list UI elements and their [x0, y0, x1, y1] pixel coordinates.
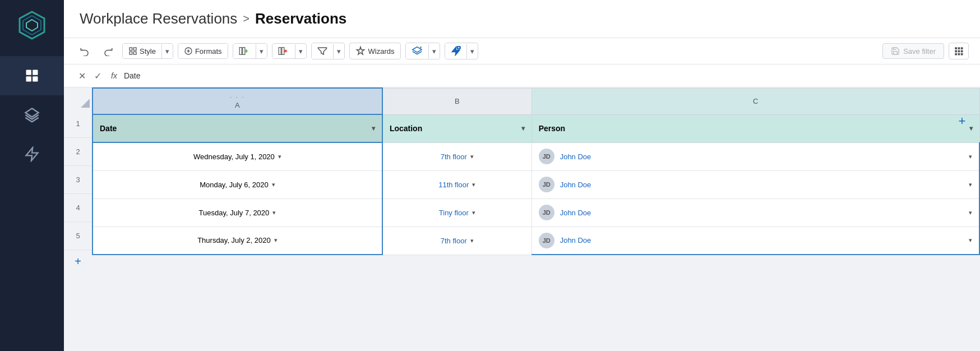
- save-filter-button[interactable]: Save filter: [882, 43, 944, 59]
- svg-rect-32: [955, 47, 957, 49]
- date-header-dropdown[interactable]: ▾: [372, 124, 375, 132]
- location-expand-4[interactable]: ▾: [472, 209, 475, 216]
- svg-rect-34: [961, 47, 963, 49]
- remove-columns-button[interactable]: [272, 44, 295, 58]
- date-value-2: Wednesday, July 1, 2020: [193, 153, 275, 161]
- add-columns-dropdown[interactable]: ▾: [256, 44, 267, 58]
- cell-date-4[interactable]: Tuesday, July 7, 2020 ▾: [93, 198, 382, 227]
- wizards-label: Wizards: [368, 47, 395, 56]
- person-avatar-2: JD: [539, 149, 554, 164]
- auto-group[interactable]: ▾: [445, 43, 478, 59]
- formula-fx: fx: [111, 71, 117, 80]
- cell-date-5[interactable]: Thursday, July 2, 2020 ▾: [93, 227, 382, 255]
- add-row-button[interactable]: +: [64, 250, 92, 273]
- cell-person-5[interactable]: JD John Doe ▾: [531, 227, 979, 255]
- style-label: Style: [140, 47, 156, 56]
- date-expand-4[interactable]: ▾: [272, 209, 276, 216]
- person-name-5: John Doe: [560, 236, 591, 244]
- header-cell-date[interactable]: Date ▾: [93, 114, 382, 142]
- app-logo[interactable]: [0, 0, 64, 50]
- undo-button[interactable]: [75, 43, 94, 59]
- location-header-label: Location: [390, 124, 422, 133]
- auto-button[interactable]: [445, 43, 466, 59]
- row-number-4: 4: [64, 194, 92, 222]
- location-link-2[interactable]: 7th floor: [441, 153, 467, 161]
- style-button[interactable]: Style: [123, 44, 161, 58]
- spreadsheet-table: · · · A B C Date: [92, 87, 980, 255]
- person-initials-4: JD: [543, 209, 551, 216]
- filter-group[interactable]: ▾: [311, 43, 345, 59]
- layers-add-dropdown[interactable]: ▾: [428, 44, 440, 58]
- filter-dropdown[interactable]: ▾: [333, 44, 344, 58]
- location-expand-3[interactable]: ▾: [472, 181, 475, 188]
- add-column-button[interactable]: +: [953, 112, 971, 130]
- person-expand-5[interactable]: ▾: [969, 237, 972, 244]
- location-expand-2[interactable]: ▾: [470, 153, 474, 160]
- date-expand-5[interactable]: ▾: [274, 237, 278, 244]
- formula-actions: ✕ ✓: [75, 69, 104, 82]
- add-columns-button[interactable]: [233, 44, 256, 58]
- person-expand-3[interactable]: ▾: [969, 181, 972, 188]
- formula-content[interactable]: Date: [124, 71, 141, 80]
- sidebar-item-grid[interactable]: [0, 56, 64, 95]
- redo-button[interactable]: [99, 43, 118, 59]
- svg-rect-20: [279, 48, 281, 55]
- formula-bar: ✕ ✓ fx Date: [64, 64, 980, 87]
- layers-add-button[interactable]: [406, 43, 428, 59]
- formats-button[interactable]: Formats: [178, 44, 228, 58]
- grid-view-button[interactable]: [949, 43, 969, 59]
- add-columns-group[interactable]: ▾: [233, 43, 267, 59]
- header-cell-person[interactable]: Person ▾: [531, 114, 979, 142]
- remove-columns-dropdown[interactable]: ▾: [295, 44, 306, 58]
- remove-columns-group[interactable]: ▾: [272, 43, 307, 59]
- date-expand-3[interactable]: ▾: [272, 181, 275, 188]
- header-cell-location[interactable]: Location ▾: [382, 114, 531, 142]
- sidebar-item-layers[interactable]: [0, 95, 64, 135]
- svg-rect-4: [33, 70, 38, 75]
- cell-person-3[interactable]: JD John Doe ▾: [531, 170, 979, 198]
- svg-rect-37: [961, 50, 963, 53]
- row-number-5: 5: [64, 222, 92, 250]
- col-header-b[interactable]: B: [382, 88, 531, 114]
- person-expand-4[interactable]: ▾: [969, 209, 972, 216]
- cell-location-3[interactable]: 11th floor ▾: [382, 170, 531, 198]
- col-header-a[interactable]: · · · A: [93, 88, 382, 114]
- cell-date-3[interactable]: Monday, July 6, 2020 ▾: [93, 170, 382, 198]
- svg-rect-33: [958, 47, 960, 49]
- person-expand-2[interactable]: ▾: [969, 153, 972, 160]
- svg-rect-38: [955, 53, 957, 56]
- location-expand-5[interactable]: ▾: [470, 237, 474, 244]
- save-filter-label: Save filter: [903, 47, 936, 56]
- svg-rect-10: [133, 48, 136, 50]
- sidebar-nav: [0, 50, 64, 174]
- cell-person-4[interactable]: JD John Doe ▾: [531, 198, 979, 227]
- cell-location-5[interactable]: 7th floor ▾: [382, 227, 531, 255]
- date-value-3: Monday, July 6, 2020: [200, 181, 269, 189]
- style-button-group[interactable]: Style ▾: [122, 43, 173, 59]
- cell-date-2[interactable]: Wednesday, July 1, 2020 ▾: [93, 142, 382, 170]
- location-link-5[interactable]: 7th floor: [441, 237, 467, 245]
- filter-button[interactable]: [312, 43, 333, 59]
- auto-dropdown[interactable]: ▾: [466, 44, 478, 58]
- formats-button-group[interactable]: Formats: [178, 43, 228, 59]
- person-initials-3: JD: [543, 181, 551, 188]
- spreadsheet-area: 1 2 3 4 5 + · · · A B: [64, 87, 980, 351]
- formula-confirm-button[interactable]: ✓: [91, 69, 104, 82]
- cell-location-2[interactable]: 7th floor ▾: [382, 142, 531, 170]
- cell-person-2[interactable]: JD John Doe ▾: [531, 142, 979, 170]
- svg-rect-5: [26, 76, 31, 81]
- layers-add-group[interactable]: ▾: [405, 43, 440, 59]
- location-header-dropdown[interactable]: ▾: [521, 124, 525, 132]
- breadcrumb-separator: >: [243, 12, 249, 25]
- date-expand-2[interactable]: ▾: [278, 153, 281, 160]
- wizards-button[interactable]: Wizards: [349, 43, 401, 59]
- style-dropdown-button[interactable]: ▾: [161, 44, 173, 58]
- sidebar-item-automations[interactable]: [0, 135, 64, 174]
- formats-label: Formats: [195, 47, 222, 56]
- location-link-4[interactable]: Tiny floor: [439, 209, 469, 217]
- cell-location-4[interactable]: Tiny floor ▾: [382, 198, 531, 227]
- col-header-c[interactable]: C: [531, 88, 979, 114]
- person-name-3: John Doe: [560, 181, 591, 189]
- formula-cancel-button[interactable]: ✕: [75, 69, 89, 82]
- location-link-3[interactable]: 11th floor: [438, 181, 469, 189]
